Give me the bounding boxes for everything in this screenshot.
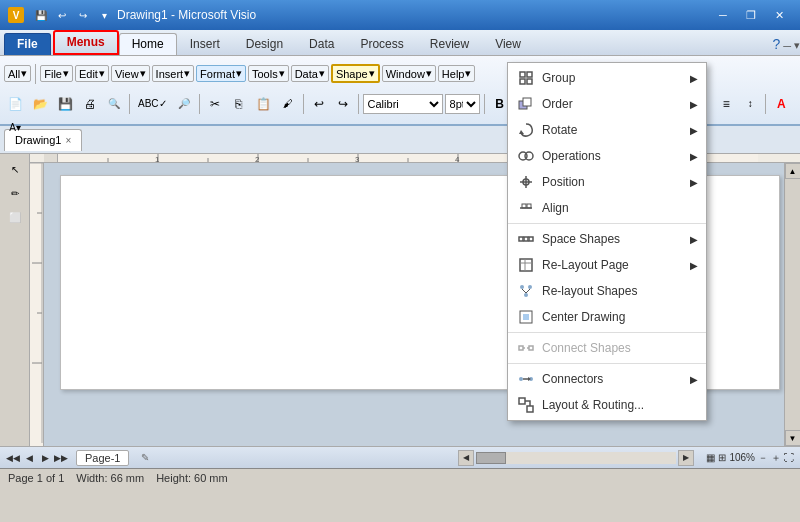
tab-process[interactable]: Process [347, 33, 416, 55]
relayout-page-label: Re-Layout Page [542, 258, 629, 272]
page-tab[interactable]: Page-1 [76, 450, 129, 466]
nav-last-btn[interactable]: ▶▶ [54, 451, 68, 465]
quick-redo-btn[interactable]: ↪ [74, 6, 92, 24]
all-dropdown-arrow: ▾ [21, 67, 27, 80]
fit-page-btn[interactable]: ⛶ [784, 452, 794, 463]
file-dropdown[interactable]: File ▾ [40, 65, 73, 82]
save-btn[interactable]: 💾 [54, 93, 77, 115]
tab-file[interactable]: File [4, 33, 51, 55]
svg-line-50 [522, 289, 526, 293]
h-scroll-left-btn[interactable]: ◀ [458, 450, 474, 466]
window-dropdown[interactable]: Window ▾ [382, 65, 436, 82]
page-add-icon[interactable]: ✎ [141, 452, 149, 463]
svg-rect-41 [529, 237, 533, 241]
all-dropdown[interactable]: All ▾ [4, 65, 31, 82]
svg-rect-61 [519, 398, 525, 404]
tab-home[interactable]: Home [119, 33, 177, 55]
research-btn[interactable]: 🔎 [173, 93, 195, 115]
tab-review[interactable]: Review [417, 33, 482, 55]
line-spacing-btn[interactable]: ↕ [739, 93, 761, 115]
svg-rect-29 [523, 98, 531, 106]
nav-prev-btn[interactable]: ◀ [22, 451, 36, 465]
menu-item-rotate[interactable]: Rotate ▶ [508, 117, 706, 143]
left-tool-2[interactable]: ✏ [4, 182, 26, 204]
h-scroll-track[interactable] [476, 452, 676, 464]
drawing-tab-close[interactable]: × [65, 135, 71, 146]
file-label: File [44, 68, 62, 80]
print-btn[interactable]: 🖨 [79, 93, 101, 115]
edit-dropdown[interactable]: Edit ▾ [75, 65, 109, 82]
help-icon[interactable]: ? [772, 36, 780, 52]
sep2 [129, 94, 130, 114]
cut-btn[interactable]: ✂ [204, 93, 226, 115]
title-bar-left: V 💾 ↩ ↪ ▾ Drawing1 - Microsoft Visio [8, 6, 256, 24]
menu-item-space-shapes[interactable]: Space Shapes ▶ [508, 226, 706, 252]
scroll-down-btn[interactable]: ▼ [785, 430, 801, 446]
menu-item-align[interactable]: Align [508, 195, 706, 221]
scroll-up-btn[interactable]: ▲ [785, 163, 801, 179]
format-painter-btn[interactable]: 🖌 [277, 93, 299, 115]
highlight-btn[interactable]: A▾ [4, 117, 26, 139]
view-dropdown[interactable]: View ▾ [111, 65, 150, 82]
insert-dropdown[interactable]: Insert ▾ [152, 65, 195, 82]
paste-btn[interactable]: 📋 [252, 93, 275, 115]
quick-undo-btn[interactable]: ↩ [53, 6, 71, 24]
size-selector[interactable]: 8pt [445, 94, 480, 114]
ribbon-options-btn[interactable]: ▾ [794, 39, 800, 52]
copy-btn[interactable]: ⎘ [228, 93, 250, 115]
left-tool-1[interactable]: ↖ [4, 158, 26, 180]
nav-next-btn[interactable]: ▶ [38, 451, 52, 465]
view-normal-btn[interactable]: ▦ [706, 452, 715, 463]
format-dropdown[interactable]: Format ▾ [196, 65, 246, 82]
close-btn[interactable]: ✕ [766, 6, 792, 24]
menu-item-order[interactable]: Order ▶ [508, 91, 706, 117]
menu-item-layout-routing[interactable]: Layout & Routing... [508, 392, 706, 418]
tab-view[interactable]: View [482, 33, 534, 55]
connectors-label: Connectors [542, 372, 603, 386]
tab-design[interactable]: Design [233, 33, 296, 55]
menu-item-operations[interactable]: Operations ▶ [508, 143, 706, 169]
nav-first-btn[interactable]: ◀◀ [6, 451, 20, 465]
tools-dropdown[interactable]: Tools ▾ [248, 65, 289, 82]
width-info: Width: 66 mm [76, 472, 144, 484]
left-tool-3[interactable]: ⬜ [4, 206, 26, 228]
data-dropdown[interactable]: Data ▾ [291, 65, 329, 82]
shape-arrow: ▾ [369, 67, 375, 80]
h-scroll-thumb[interactable] [476, 452, 506, 464]
zoom-in-btn[interactable]: ＋ [771, 451, 781, 465]
spell-btn[interactable]: ABC✓ [134, 93, 171, 115]
menu-item-center-drawing[interactable]: Center Drawing [508, 304, 706, 330]
justify-btn[interactable]: ≡ [715, 93, 737, 115]
view-label: View [115, 68, 139, 80]
position-icon [516, 172, 536, 192]
help-dropdown[interactable]: Help ▾ [438, 65, 476, 82]
minimize-ribbon-btn[interactable]: ─ [783, 40, 791, 52]
shape-dropdown[interactable]: Shape ▾ [331, 64, 380, 83]
ruler-corner [44, 154, 58, 163]
menu-item-position[interactable]: Position ▶ [508, 169, 706, 195]
menu-item-relayout-shapes[interactable]: Re-layout Shapes [508, 278, 706, 304]
restore-btn[interactable]: ❐ [738, 6, 764, 24]
view-fullscreen-btn[interactable]: ⊞ [718, 452, 726, 463]
h-scrollbar: ◀ ▶ [394, 450, 694, 466]
open-btn[interactable]: 📂 [29, 93, 52, 115]
svg-marker-30 [519, 130, 524, 134]
window-controls: ─ ❐ ✕ [710, 6, 792, 24]
menu-item-relayout-page[interactable]: Re-Layout Page ▶ [508, 252, 706, 278]
h-scroll-right-btn[interactable]: ▶ [678, 450, 694, 466]
font-color-btn[interactable]: A [770, 93, 792, 115]
quick-customize-btn[interactable]: ▾ [95, 6, 113, 24]
menu-item-group[interactable]: Group ▶ [508, 65, 706, 91]
zoom-out-btn[interactable]: － [758, 451, 768, 465]
preview-btn[interactable]: 🔍 [103, 93, 125, 115]
new-btn[interactable]: 📄 [4, 93, 27, 115]
tab-data[interactable]: Data [296, 33, 347, 55]
undo-btn[interactable]: ↩ [308, 93, 330, 115]
quick-save-btn[interactable]: 💾 [32, 6, 50, 24]
font-selector[interactable]: Calibri [363, 94, 443, 114]
tab-insert[interactable]: Insert [177, 33, 233, 55]
tab-menus[interactable]: Menus [53, 30, 119, 55]
menu-item-connectors[interactable]: Connectors ▶ [508, 366, 706, 392]
minimize-btn[interactable]: ─ [710, 6, 736, 24]
redo-btn[interactable]: ↪ [332, 93, 354, 115]
